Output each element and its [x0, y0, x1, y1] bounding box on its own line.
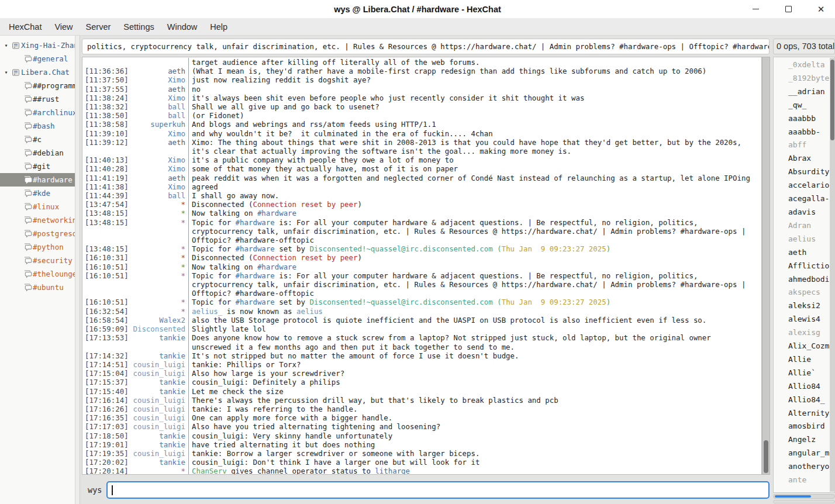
user-list-horizontal-scrollbar-thumb[interactable]: [775, 495, 811, 498]
chat-timestamp: [11:38:50]: [82, 111, 129, 120]
tree-channel-programming[interactable]: ##programming: [0, 79, 75, 92]
userlist-item-alternity[interactable]: Alternity: [788, 407, 834, 420]
chat-line: [16:59:09]DisconsentedSlightly late lol: [82, 325, 761, 333]
expander-icon[interactable]: ▾: [2, 42, 11, 49]
userlist-item-affliction[interactable]: Affliction: [788, 260, 834, 273]
tree-channel-rust[interactable]: ##rust: [0, 92, 75, 106]
user-list-horizontal-scrollbar[interactable]: [773, 494, 835, 499]
menu-server[interactable]: Server: [80, 19, 118, 35]
userlist-item-8192byte[interactable]: _8192byte: [788, 72, 834, 85]
tree-network-xing-hai-zhan[interactable]: ▾Xing-Hai-Zhan: [0, 39, 75, 52]
tree-channel-general[interactable]: #general: [0, 52, 75, 65]
userlist-item-aaabbb[interactable]: aaabbb: [788, 112, 834, 126]
minimize-button[interactable]: [751, 5, 760, 14]
userlist-item-abrax[interactable]: Abrax: [788, 152, 834, 165]
chat-message-segment: also the USB Storage protocol is quiote …: [192, 316, 706, 325]
chat-message-segment: #hardware: [257, 263, 296, 271]
userlist-item-absurdity[interactable]: Absurdity: [788, 165, 834, 179]
tree-item-label: #hardware: [33, 175, 73, 184]
chat-timestamp: [11:44:39]: [82, 191, 129, 200]
chat-scrollbar-thumb[interactable]: [764, 440, 768, 473]
message-input[interactable]: [106, 481, 770, 499]
expander-icon[interactable]: ▾: [2, 69, 11, 75]
user-list-vertical-scrollbar[interactable]: [830, 58, 835, 492]
userlist-item-adran[interactable]: Adran: [788, 219, 834, 233]
tree-channel-linux[interactable]: #linux: [0, 200, 75, 213]
chat-message-segment: (: [493, 244, 502, 253]
tree-channel-c[interactable]: #c: [0, 133, 75, 146]
chat-nick: aeth: [129, 67, 189, 75]
userlist-item-aleksi2[interactable]: aleksi2: [788, 299, 834, 313]
userlist-item-allio84[interactable]: Allio84_: [788, 393, 834, 407]
userlist-item-accelario[interactable]: accelario: [788, 179, 834, 192]
tree-channel-security[interactable]: #security: [0, 254, 75, 267]
userlist-item-alewis4[interactable]: alewis4: [788, 313, 834, 326]
menu-settings[interactable]: Settings: [117, 19, 160, 35]
chat-line: [17:17:03]cousin_luigiAlso have you trie…: [82, 422, 761, 431]
userlist-item-amosbird[interactable]: amosbird: [788, 420, 834, 433]
userlist-item-ahmedbodi[interactable]: ahmedbodi: [788, 273, 834, 286]
userlist-item-abff[interactable]: abff: [788, 139, 834, 152]
userlist-item-anotheryo[interactable]: anotheryo: [788, 460, 834, 474]
tree-channel-kde[interactable]: #kde: [0, 187, 75, 200]
userlist-item-aeth[interactable]: aeth: [788, 246, 834, 260]
chat-message-text: and why wouldn't it be? it culminated in…: [189, 129, 761, 138]
chat-line: [17:16:26]cousin_luigitankie: I was refe…: [82, 405, 761, 413]
chat-nick: *: [129, 271, 189, 298]
chat-scrollbar[interactable]: [762, 57, 770, 475]
userlist-item-alexisg[interactable]: alexisg: [788, 326, 834, 340]
channel-bubble-icon: [22, 122, 33, 130]
channel-bubble-icon: [22, 203, 33, 210]
userlist-item-aaabbb[interactable]: aaabbb-: [788, 126, 834, 139]
userlist-item-ante[interactable]: ante: [788, 474, 834, 487]
userlist-item-akspecs[interactable]: akspecs: [788, 286, 834, 299]
userlist-item-allie[interactable]: Allie: [788, 353, 834, 367]
tree-network-libera-chat[interactable]: ▾Libera.Chat: [0, 65, 75, 79]
tree-item-label: #ubuntu: [33, 283, 64, 292]
userlist-item-acegalla[interactable]: acegalla-: [788, 192, 834, 206]
tree-channel-bash[interactable]: #bash: [0, 119, 75, 133]
tree-channel-ubuntu[interactable]: #ubuntu: [0, 281, 75, 294]
userlist-item-angelz[interactable]: Angelz: [788, 433, 834, 447]
tree-channel-postgresql[interactable]: #postgresql: [0, 227, 75, 240]
tree-channel-git[interactable]: #git: [0, 160, 75, 173]
topic-bar[interactable]: politics, cryptocurrency talk, unfair di…: [82, 39, 770, 54]
own-nick-label: wys: [82, 485, 106, 495]
tree-channel-thelounge[interactable]: #thelounge: [0, 267, 75, 281]
tree-channel-debian[interactable]: #debian: [0, 146, 75, 160]
menu-hexchat[interactable]: HexChat: [2, 19, 48, 35]
chat-line: [17:13:53]tankieDoes anyone know how to …: [82, 333, 761, 351]
user-list-horizontal-scrollbar-track[interactable]: [773, 500, 835, 503]
tree-channel-python[interactable]: #python: [0, 240, 75, 254]
chat-nick: tankie: [129, 458, 189, 467]
chat-timestamp: [11:37:55]: [82, 85, 129, 94]
chat-nick: cousin_luigi: [129, 422, 189, 431]
userlist-item-adavis[interactable]: adavis: [788, 206, 834, 219]
userlist-item-angular-m[interactable]: angular_m: [788, 447, 834, 460]
close-button[interactable]: ✕: [816, 5, 826, 14]
chat-message-text: Now talking on #hardware: [189, 263, 761, 271]
userlist-item-qw[interactable]: _qw_: [788, 99, 834, 112]
chat-timestamp: [17:17:03]: [82, 422, 129, 431]
userlist-item-allie[interactable]: Allie`: [788, 367, 834, 380]
userlist-item-aelius[interactable]: aelius: [788, 233, 834, 246]
menu-help[interactable]: Help: [203, 19, 234, 35]
chat-message-segment: just now realizing reddit is dogshit aye…: [192, 75, 371, 84]
userlist-item-alix-cozmo[interactable]: Alix_Cozmo: [788, 340, 834, 353]
user-list-vertical-scrollbar-thumb[interactable]: [830, 60, 834, 140]
channel-tree-scrollbar[interactable]: [75, 36, 80, 504]
userlist-item-0xdelta[interactable]: _0xdelta: [788, 58, 834, 72]
chat-message-text: have tried alternating it but does nothi…: [189, 440, 761, 449]
menu-view[interactable]: View: [48, 19, 79, 35]
tree-channel-networking[interactable]: #networking: [0, 213, 75, 227]
title-bar: wys @ Libera.Chat / #hardware - HexChat …: [0, 0, 835, 19]
userlist-item-allio84[interactable]: Allio84: [788, 380, 834, 393]
tree-channel-hardware[interactable]: #hardware: [0, 173, 75, 187]
channel-bubble-icon: [22, 163, 33, 170]
userlist-item-adrian[interactable]: __adrian: [788, 85, 834, 99]
tree-channel-archlinux[interactable]: #archlinux: [0, 106, 75, 119]
menu-window[interactable]: Window: [161, 19, 204, 35]
chat-nick: Walex2: [129, 316, 189, 325]
chat-message-segment: Topic for: [192, 244, 236, 253]
maximize-button[interactable]: [784, 5, 793, 14]
